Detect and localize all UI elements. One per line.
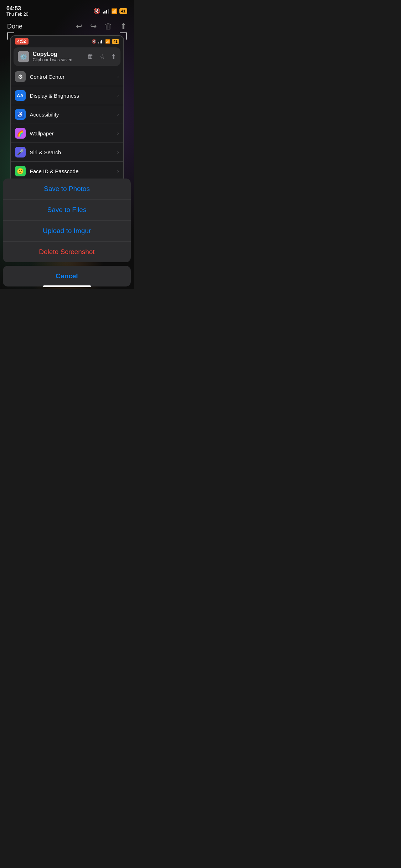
settings-item[interactable]: 🎤Siri & Search› <box>11 143 123 162</box>
inner-status-right: 🔇 📶 41 <box>92 39 119 44</box>
copylog-message: Clipboard was saved. <box>33 57 74 62</box>
chevron-right-icon: › <box>117 74 119 79</box>
toolbar: Done ↩ ↪ 🗑 ⬆ <box>0 18 134 35</box>
settings-item-icon: ⚙ <box>15 71 26 82</box>
frame-corner-tl <box>7 32 14 40</box>
copylog-title: CopyLog <box>33 51 74 57</box>
scroll-handle-right <box>123 128 124 145</box>
settings-item-label: Display & Brightness <box>30 93 117 99</box>
frame-corner-tr <box>120 32 127 40</box>
settings-item-icon: 🙂 <box>15 166 26 176</box>
save-to-files-button[interactable]: Save to Files <box>3 200 131 221</box>
settings-item[interactable]: ♿Accessibility› <box>11 105 123 124</box>
battery-level: 41 <box>119 8 127 14</box>
settings-item[interactable]: 🙂Face ID & Passcode› <box>11 162 123 181</box>
status-bar: 04:53 Thu Feb 20 🔇 📶 41 <box>0 0 134 18</box>
scroll-handle-left <box>10 128 11 145</box>
settings-item-label: Face ID & Passcode <box>30 168 117 174</box>
trash-icon[interactable]: 🗑 <box>104 22 112 31</box>
chevron-right-icon: › <box>117 93 119 98</box>
copylog-notification: ⚙️ CopyLog Clipboard was saved. 🗑 ☆ ⬆ <box>14 47 120 66</box>
settings-item-label: Siri & Search <box>30 149 117 155</box>
settings-item[interactable]: 🌈Wallpaper› <box>11 124 123 143</box>
action-sheet: Save to Photos Save to Files Upload to I… <box>3 179 131 262</box>
settings-item-icon: 🎤 <box>15 147 26 157</box>
settings-item-icon: AA <box>15 90 26 101</box>
copylog-actions: 🗑 ☆ ⬆ <box>87 53 116 61</box>
status-icons: 🔇 📶 41 <box>93 7 127 14</box>
copylog-app-icon: ⚙️ <box>18 51 29 62</box>
save-to-photos-button[interactable]: Save to Photos <box>3 179 131 200</box>
inner-battery: 41 <box>112 39 119 44</box>
chevron-right-icon: › <box>117 149 119 155</box>
inner-time: 4:52 <box>15 38 29 45</box>
upload-to-imgur-button[interactable]: Upload to Imgur <box>3 221 131 242</box>
settings-item[interactable]: ⚙Control Center› <box>11 67 123 86</box>
undo-icon[interactable]: ↩ <box>76 22 82 31</box>
inner-mute-icon: 🔇 <box>92 39 97 44</box>
chevron-right-icon: › <box>117 112 119 117</box>
redo-icon[interactable]: ↪ <box>90 22 97 31</box>
chevron-right-icon: › <box>117 130 119 136</box>
share-icon[interactable]: ⬆ <box>120 22 127 31</box>
status-date: Thu Feb 20 <box>6 12 28 17</box>
settings-item-label: Control Center <box>30 74 117 80</box>
inner-signal <box>98 39 103 43</box>
status-time: 04:53 <box>6 5 28 12</box>
copylog-left: ⚙️ CopyLog Clipboard was saved. <box>18 51 74 62</box>
copylog-trash-icon: 🗑 <box>87 53 94 61</box>
action-sheet-container: Save to Photos Save to Files Upload to I… <box>0 179 134 289</box>
settings-item-label: Accessibility <box>30 112 117 118</box>
settings-item-label: Wallpaper <box>30 130 117 136</box>
delete-screenshot-button[interactable]: Delete Screenshot <box>3 242 131 262</box>
settings-item[interactable]: AADisplay & Brightness› <box>11 86 123 105</box>
copylog-share-icon: ⬆ <box>111 53 116 61</box>
chevron-right-icon: › <box>117 168 119 174</box>
mute-icon: 🔇 <box>93 7 101 14</box>
copylog-star-icon: ☆ <box>99 53 105 61</box>
signal-bars <box>103 9 109 14</box>
home-indicator <box>43 285 91 287</box>
inner-status-bar: 4:52 🔇 📶 41 <box>11 36 123 46</box>
cancel-button[interactable]: Cancel <box>3 266 131 286</box>
inner-wifi-icon: 📶 <box>105 39 110 44</box>
cancel-sheet: Cancel <box>3 266 131 286</box>
settings-item-icon: 🌈 <box>15 128 26 139</box>
settings-item-icon: ♿ <box>15 109 26 120</box>
done-button[interactable]: Done <box>7 23 22 30</box>
toolbar-icons: ↩ ↪ 🗑 ⬆ <box>76 22 127 31</box>
wifi-icon: 📶 <box>111 8 117 14</box>
